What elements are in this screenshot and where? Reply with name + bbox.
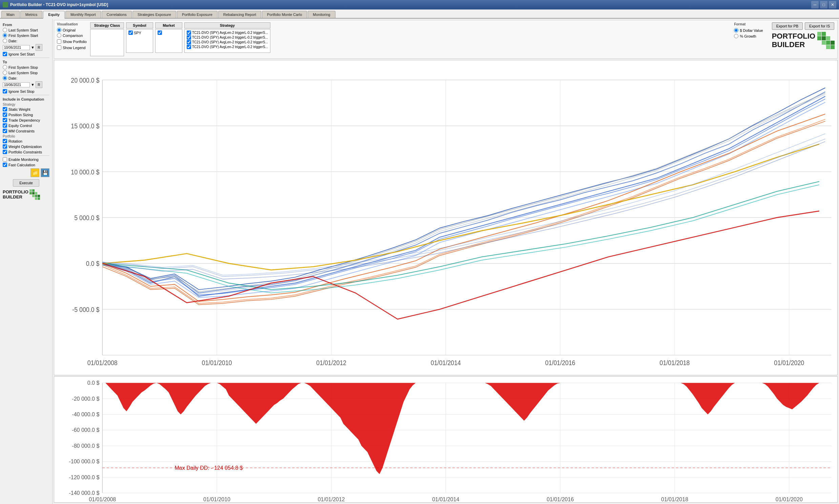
mm-constraints-row[interactable]: MM Constraints <box>3 129 50 133</box>
dollar-value-row[interactable]: $ Dollar Value <box>734 28 763 33</box>
tab-correlations[interactable]: Correlations <box>102 11 132 18</box>
equity-control-row[interactable]: Equity Control <box>3 123 50 128</box>
enable-monitoring-row[interactable]: Enable Monitoring <box>3 157 50 162</box>
svg-text:20 000.0 $: 20 000.0 $ <box>71 76 100 84</box>
position-sizing-row[interactable]: Position Sizing <box>3 112 50 117</box>
symbol-header[interactable]: Symbol <box>126 22 153 29</box>
strategy-item-3[interactable]: TC21-DVO (SPY) AvgLen-2 triggerL-0.2 tri… <box>187 40 268 44</box>
percent-growth-radio[interactable] <box>734 34 738 38</box>
to-last-system-stop[interactable]: Last System Stop <box>3 70 50 75</box>
static-weight-row[interactable]: Static Weight <box>3 107 50 111</box>
tab-portfolio-monte-carlo[interactable]: Portfolio Monte Carlo <box>262 11 307 18</box>
symbol-spy-item[interactable]: SPY <box>128 31 151 35</box>
market-header[interactable]: Market <box>155 22 182 29</box>
strategy-4-checkbox[interactable] <box>187 45 191 49</box>
tab-main[interactable]: Main <box>1 11 20 18</box>
svg-text:-80 000.0 $: -80 000.0 $ <box>72 442 99 448</box>
to-date-row[interactable]: Date: <box>3 76 50 80</box>
from-date-input[interactable] <box>3 45 30 50</box>
ignore-set-stop-row[interactable]: Ignore Set Stop <box>3 89 50 93</box>
ignore-set-start-checkbox[interactable] <box>3 52 7 56</box>
show-portfolio-row[interactable]: Show Portfolio <box>57 39 87 44</box>
enable-monitoring-checkbox[interactable] <box>3 157 7 162</box>
to-first-system-stop-radio[interactable] <box>3 65 7 69</box>
trade-dependency-row[interactable]: Trade Dependency <box>3 118 50 122</box>
strategy-2-checkbox[interactable] <box>187 35 191 40</box>
from-date-radio[interactable] <box>3 39 7 43</box>
folder-icon-button[interactable]: 📁 <box>31 168 39 177</box>
from-date-row[interactable]: Date: <box>3 39 50 43</box>
to-date-label: Date: <box>8 76 17 80</box>
strategy-1-label: TC21-DVO (SPY) AvgLen-2 triggerL-0.2 tri… <box>192 31 268 35</box>
weight-optimization-checkbox[interactable] <box>3 144 7 149</box>
tab-strategies-exposure[interactable]: Strategies Exposure <box>132 11 176 18</box>
svg-text:-40 000.0 $: -40 000.0 $ <box>72 411 99 417</box>
market-checkbox[interactable] <box>158 31 162 35</box>
symbol-spy-checkbox[interactable] <box>128 31 133 35</box>
to-date-radio[interactable] <box>3 76 7 80</box>
portfolio-constraints-checkbox[interactable] <box>3 150 7 154</box>
vis-comparison-row[interactable]: Comparison <box>57 33 87 38</box>
vis-original-radio[interactable] <box>57 28 61 32</box>
tab-equity[interactable]: Equity <box>43 11 65 19</box>
from-reset-button[interactable]: R <box>36 44 42 51</box>
strategy-class-header[interactable]: Strategy Class <box>90 22 124 29</box>
tab-monthly-report[interactable]: Monthly Report <box>66 11 101 18</box>
export-pb-button[interactable]: Export for PB <box>772 22 803 30</box>
mm-constraints-checkbox[interactable] <box>3 129 7 133</box>
tab-rebalancing-report[interactable]: Rebalancing Report <box>218 11 261 18</box>
fast-calculation-row[interactable]: Fast Calculation <box>3 163 50 167</box>
portfolio-constraints-row[interactable]: Portfolio Constraints <box>3 150 50 154</box>
show-legend-row[interactable]: Show Legend <box>57 46 87 50</box>
equity-control-checkbox[interactable] <box>3 123 7 128</box>
strategy-item-1[interactable]: TC21-DVO (SPY) AvgLen-2 triggerL-0.2 tri… <box>187 31 268 35</box>
strategy-item-2[interactable]: TC21-DVO (SPY) AvgLen-2 triggerL-0.2 tri… <box>187 35 268 40</box>
tab-portfolio-exposure[interactable]: Portfolio Exposure <box>177 11 217 18</box>
close-button[interactable]: ✕ <box>829 1 836 8</box>
dollar-value-radio[interactable] <box>734 28 738 33</box>
static-weight-checkbox[interactable] <box>3 107 7 111</box>
vis-original-row[interactable]: Original <box>57 28 87 32</box>
execute-button[interactable]: Execute <box>13 179 39 187</box>
to-first-system-stop[interactable]: First System Stop <box>3 65 50 69</box>
strategy-header[interactable]: Strategy <box>184 22 270 29</box>
ignore-set-start-row[interactable]: Ignore Set Start <box>3 52 50 56</box>
svg-text:10 000.0 $: 10 000.0 $ <box>71 168 100 176</box>
tab-metrics[interactable]: Metrics <box>20 11 42 18</box>
show-portfolio-label: Show Portfolio <box>63 40 87 44</box>
ignore-set-stop-checkbox[interactable] <box>3 89 7 93</box>
percent-growth-row[interactable]: % Growth <box>734 34 763 38</box>
show-legend-checkbox[interactable] <box>57 46 61 50</box>
to-reset-button[interactable]: R <box>36 81 42 88</box>
trade-dependency-checkbox[interactable] <box>3 118 7 122</box>
from-first-system-start[interactable]: First System Start <box>3 33 50 38</box>
from-last-system-start-radio[interactable] <box>3 28 7 32</box>
strategy-item-4[interactable]: TC21-DVO (SPY) AvgLen-2 triggerL-0.2 tri… <box>187 45 268 49</box>
to-date-input[interactable] <box>3 82 30 87</box>
fast-calculation-checkbox[interactable] <box>3 163 7 167</box>
export-is-button[interactable]: Export for IS <box>805 22 834 30</box>
svg-text:01/01/2018: 01/01/2018 <box>661 496 688 502</box>
market-item[interactable] <box>158 31 180 35</box>
strategy-3-checkbox[interactable] <box>187 40 191 44</box>
from-first-system-start-radio[interactable] <box>3 33 7 38</box>
vis-comparison-radio[interactable] <box>57 33 61 38</box>
from-date-dropdown-icon[interactable]: ▼ <box>31 46 35 50</box>
minimize-button[interactable]: ─ <box>811 1 819 8</box>
position-sizing-checkbox[interactable] <box>3 112 7 117</box>
main-chart-svg: 20 000.0 $ 15 000.0 $ 10 000.0 $ 5 000.0… <box>54 60 837 375</box>
tab-monitoring[interactable]: Monitoring <box>308 11 335 18</box>
show-portfolio-checkbox[interactable] <box>57 39 61 44</box>
to-date-dropdown-icon[interactable]: ▼ <box>31 83 35 87</box>
save-icon-button[interactable]: 💾 <box>41 168 50 177</box>
strategy-1-checkbox[interactable] <box>187 31 191 35</box>
from-date-label: Date: <box>8 39 17 43</box>
market-content <box>155 29 182 53</box>
maximize-button[interactable]: □ <box>820 1 827 8</box>
rotation-row[interactable]: Rotation <box>3 139 50 143</box>
to-last-system-stop-radio[interactable] <box>3 70 7 75</box>
from-last-system-start[interactable]: Last System Start <box>3 28 50 32</box>
rotation-checkbox[interactable] <box>3 139 7 143</box>
title-bar: Portfolio Builder - TC21-DVO input+1symb… <box>0 0 839 10</box>
weight-optimization-row[interactable]: Weight Optimization <box>3 144 50 149</box>
